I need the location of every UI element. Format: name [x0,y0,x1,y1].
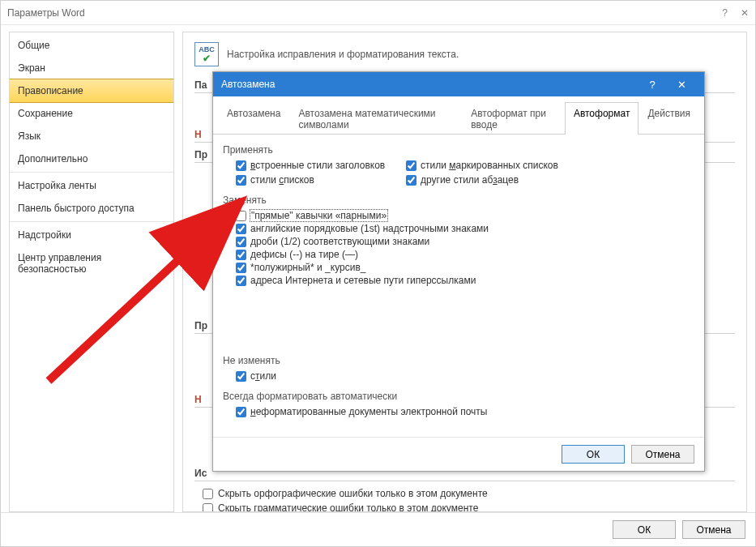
cb-hyperlinks[interactable]: адреса Интернета и сетевые пути гиперссы… [236,274,694,287]
title-icons: ? ✕ [722,7,749,19]
parent-title: Параметры Word [7,7,85,19]
modal-ok-button[interactable]: ОК [562,445,625,464]
cb-quotes-box[interactable] [236,211,246,221]
sidebar-item-display[interactable]: Экран [10,57,173,79]
autocorrect-dialog: Автозамена ? ✕ Автозамена Автозамена мат… [212,71,705,472]
close-icon[interactable]: ✕ [741,7,749,19]
apply-label: Применять [223,144,694,156]
sidebar-label: Панель быстрого доступа [18,203,135,214]
cb-heading-styles-label: встроенные стили заголовков [250,160,385,171]
sidebar-item-addins[interactable]: Надстройки [10,224,173,246]
sidebar-item-proofing[interactable]: Правописание [9,79,174,103]
always-label: Всегда форматировать автоматически [223,391,694,402]
parent-ok-button[interactable]: ОК [613,520,676,539]
sidebar-label: Сохранение [18,108,73,119]
preserve-label: Не изменять [223,355,694,366]
cb-hyphens[interactable]: дефисы (--) на тире (—) [236,248,694,261]
sidebar-item-language[interactable]: Язык [10,125,173,147]
cb-ordinals-box[interactable] [236,224,246,234]
tab-autoformat[interactable]: Автоформат [565,102,639,135]
sidebar-label: Язык [18,130,41,142]
cb-other-para-box[interactable] [406,175,416,186]
modal-cancel-button[interactable]: Отмена [631,445,694,464]
cb-email-plaintext-label: неформатированные документы электронной … [250,406,487,417]
cb-fractions-label: дроби (1/2) соответствующими знаками [250,236,429,247]
cb-quotes[interactable]: "прямые" кавычки «парными» [236,209,694,222]
tab-autoformat-typing[interactable]: Автоформат при вводе [462,102,565,135]
cb-hyperlinks-box[interactable] [236,276,246,286]
cb-other-para-label: другие стили абзацев [421,174,519,186]
cb-preserve-styles[interactable]: стили [236,370,694,382]
parent-bottom-bar: ОК Отмена [1,512,755,546]
sidebar-item-general[interactable]: Общие [10,34,173,57]
help-icon[interactable]: ? [722,7,728,19]
cb-hyperlinks-label: адреса Интернета и сетевые пути гиперссы… [250,275,476,286]
tab-math[interactable]: Автозамена математическими символами [289,102,462,135]
cb-fractions-box[interactable] [236,237,246,247]
modal-tabs: Автозамена Автозамена математическими си… [213,96,704,135]
sidebar-label: Дополнительно [18,153,88,165]
modal-body: Применять встроенные стили заголовков ст… [213,135,704,437]
modal-close-icon[interactable]: ✕ [667,79,696,91]
sidebar-item-qat[interactable]: Панель быстрого доступа [10,197,173,220]
sidebar: Общие Экран Правописание Сохранение Язык… [9,32,174,512]
proofing-icon: ABC✔ [194,42,219,66]
sidebar-item-advanced[interactable]: Дополнительно [10,147,173,170]
cb-hyphens-label: дефисы (--) на тире (—) [250,249,358,260]
cb-ordinals-label: английские порядковые (1st) надстрочными… [250,223,489,234]
cb-hyphens-box[interactable] [236,250,246,260]
sidebar-label: Настройка ленты [18,180,96,191]
sidebar-label: Надстройки [18,229,71,241]
sidebar-label: Правописание [18,85,83,96]
sidebar-label: Центр управления безопасностью [18,252,101,275]
hide-grammar-checkbox[interactable] [203,503,213,513]
cb-preserve-styles-label: стили [250,370,276,382]
hide-grammar-label: Скрыть грамматические ошибки только в эт… [218,502,478,512]
cb-heading-styles-box[interactable] [236,160,246,171]
parent-cancel-button[interactable]: Отмена [682,520,745,539]
cb-bold-italic[interactable]: *полужирный* и _курсив_ [236,261,694,274]
sidebar-item-trustcenter[interactable]: Центр управления безопасностью [10,246,173,280]
cb-other-para[interactable]: другие стили абзацев [406,173,694,186]
parent-titlebar: Параметры Word ? ✕ [1,1,755,25]
cb-list-styles[interactable]: стили списков [236,173,398,186]
cb-bold-italic-box[interactable] [236,263,246,273]
modal-titlebar: Автозамена ? ✕ [213,72,704,96]
cb-bullet-styles[interactable]: стили маркированных списков [406,159,694,172]
replace-label: Заменять [223,194,694,206]
cb-quotes-label: "прямые" кавычки «парными» [250,210,387,221]
cb-list-styles-label: стили списков [250,174,314,186]
cb-bold-italic-label: *полужирный* и _курсив_ [250,262,365,273]
cb-list-styles-box[interactable] [236,175,246,186]
sidebar-item-ribbon[interactable]: Настройка ленты [10,174,173,197]
hide-grammar-row[interactable]: Скрыть грамматические ошибки только в эт… [194,501,735,512]
cb-bullet-styles-label: стили маркированных списков [421,160,558,171]
modal-footer: ОК Отмена [213,437,704,471]
cb-preserve-styles-box[interactable] [236,371,246,382]
sidebar-label: Общие [18,40,49,51]
modal-help-icon[interactable]: ? [638,79,667,91]
cb-email-plaintext[interactable]: неформатированные документы электронной … [236,405,694,418]
hide-spelling-checkbox[interactable] [203,489,213,499]
sidebar-label: Экран [18,62,45,74]
cb-email-plaintext-box[interactable] [236,407,246,417]
tab-autocorrect[interactable]: Автозамена [218,102,289,135]
cb-ordinals[interactable]: английские порядковые (1st) надстрочными… [236,222,694,235]
tab-actions[interactable]: Действия [639,102,699,135]
cb-heading-styles[interactable]: встроенные стили заголовков [236,159,398,172]
cb-bullet-styles-box[interactable] [406,160,416,171]
hide-spelling-label: Скрыть орфографические ошибки только в э… [218,488,488,499]
sidebar-item-save[interactable]: Сохранение [10,102,173,125]
cb-fractions[interactable]: дроби (1/2) соответствующими знаками [236,235,694,248]
modal-title: Автозамена [221,79,275,90]
section-title: Настройка исправления и форматирования т… [227,49,459,60]
hide-spelling-row[interactable]: Скрыть орфографические ошибки только в э… [194,486,735,501]
